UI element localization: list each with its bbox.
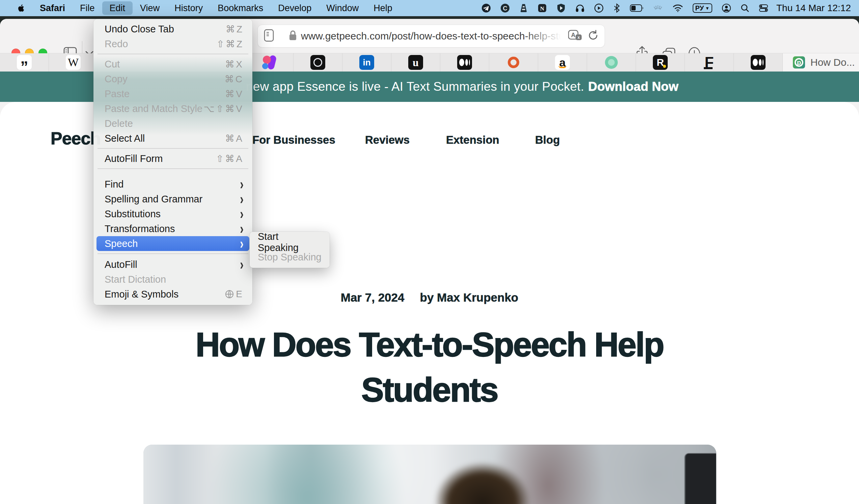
edit-menu-dropdown: Undo Close Tab⌘Z Redo⇧⌘Z Cut⌘X Copy⌘C Pa… — [93, 19, 252, 305]
screen: Safari File Edit View History Bookmarks … — [0, 0, 859, 504]
url-fade — [524, 30, 561, 42]
menu-item-redo: Redo⇧⌘Z — [93, 36, 252, 51]
vlc-cone-icon[interactable] — [514, 0, 533, 16]
url-field[interactable]: www.getpeech.com/post/how-does-text-to-s… — [257, 25, 605, 48]
menu-separator — [97, 148, 248, 149]
mint-hand-favicon — [604, 55, 619, 70]
telegram-icon[interactable] — [477, 0, 496, 16]
notion-icon[interactable]: N — [533, 0, 552, 16]
wikipedia-favicon: W — [66, 55, 81, 70]
pinned-tab[interactable] — [293, 53, 343, 72]
menu-separator — [97, 54, 248, 54]
site-logo[interactable]: Peech — [50, 128, 101, 149]
menu-bar-item-window[interactable]: Window — [319, 1, 366, 15]
menu-bar-item-edit[interactable]: Edit — [102, 1, 133, 15]
menu-item-emoji-and-symbols[interactable]: Emoji & Symbols E — [93, 287, 252, 302]
medium-favicon — [457, 55, 472, 70]
svg-text:C: C — [503, 5, 507, 12]
pinned-tab[interactable] — [440, 53, 489, 72]
pinned-tab[interactable]: u — [391, 53, 440, 72]
udemy-favicon: u — [408, 55, 423, 70]
reload-button[interactable] — [588, 30, 599, 43]
url-text[interactable]: www.getpeech.com/post/how-does-text-to-s… — [301, 30, 561, 42]
article-byline: by Max Krupenko — [420, 291, 518, 304]
medium-favicon — [751, 55, 766, 70]
user-account-icon[interactable] — [717, 0, 736, 16]
c-circle-icon[interactable]: C — [496, 0, 514, 16]
menu-item-start-dictation: Start Dictation — [93, 272, 252, 287]
menu-bar-item-view[interactable]: View — [133, 1, 167, 15]
menu-bar-clock[interactable]: Thu 14 Mar 12:12 — [773, 3, 859, 14]
banner-download-link[interactable]: Download Now — [588, 80, 678, 94]
control-center-icon[interactable] — [754, 0, 773, 16]
peech-favicon: p — [793, 56, 805, 68]
pinned-tab[interactable]: R — [636, 53, 685, 72]
r-dot-favicon: R — [653, 55, 668, 70]
menu-item-spelling-and-grammar[interactable]: Spelling and Grammar — [93, 192, 252, 207]
menu-item-undo-close-tab[interactable]: Undo Close Tab⌘Z — [93, 21, 252, 36]
speech-submenu: Start Speaking Stop Speaking — [250, 232, 330, 268]
input-source-label: РУ▼ — [693, 3, 712, 13]
nav-blog[interactable]: Blog — [535, 134, 560, 147]
menu-bar-item-help[interactable]: Help — [366, 1, 400, 15]
menu-separator — [97, 168, 248, 169]
keyboard-brightness-icon[interactable] — [648, 0, 668, 16]
article-date: Mar 7, 2024 — [341, 291, 405, 304]
pinned-tab[interactable]: a — [538, 53, 587, 72]
menu-bar-app-name[interactable]: Safari — [32, 1, 73, 15]
menu-item-substitutions[interactable]: Substitutions — [93, 207, 252, 221]
submenu-item-stop-speaking: Stop Speaking — [250, 250, 330, 264]
wifi-icon[interactable] — [668, 0, 688, 16]
dark-ring-favicon — [311, 55, 325, 70]
menu-bar: Safari File Edit View History Bookmarks … — [0, 0, 859, 16]
menu-bar-item-history[interactable]: History — [167, 1, 210, 15]
input-source-switcher[interactable]: РУ▼ — [688, 0, 717, 16]
menu-bar-status-area: C N — [477, 0, 859, 16]
article-title: How Does Text-to-Speech Help Students — [0, 322, 859, 412]
globe-icon — [225, 290, 234, 299]
pinned-tab[interactable]: F — [685, 53, 734, 72]
nav-for-businesses[interactable]: For Businesses — [252, 134, 335, 147]
shield-icon[interactable] — [552, 0, 571, 16]
pinned-tab[interactable] — [489, 53, 538, 72]
amazon-favicon: a — [555, 55, 570, 70]
reader-view-icon[interactable] — [264, 29, 274, 43]
pinned-tab[interactable]: in — [343, 53, 391, 72]
quotes-favicon: ” — [17, 55, 32, 70]
bluetooth-icon[interactable] — [608, 0, 625, 16]
menu-bar-item-bookmarks[interactable]: Bookmarks — [210, 1, 271, 15]
nav-reviews[interactable]: Reviews — [365, 134, 410, 147]
battery-icon[interactable] — [625, 0, 648, 16]
menu-item-autofill-form[interactable]: AutoFill Form⇧⌘A — [93, 151, 252, 166]
menu-bar-item-develop[interactable]: Develop — [271, 1, 319, 15]
menu-item-select-all[interactable]: Select All⌘A — [93, 131, 252, 146]
menu-item-find[interactable]: Find — [93, 177, 252, 192]
play-circle-icon[interactable] — [589, 0, 608, 16]
headphones-icon[interactable] — [571, 0, 589, 16]
submenu-item-start-speaking[interactable]: Start Speaking — [250, 235, 330, 250]
lock-icon — [289, 30, 297, 42]
pinned-tab[interactable]: ” — [0, 53, 49, 72]
pinned-tab[interactable] — [587, 53, 636, 72]
f-serif-favicon: F — [702, 55, 717, 70]
translate-icon[interactable]: Ax — [568, 29, 582, 43]
menu-item-transformations[interactable]: Transformations — [93, 221, 252, 236]
menu-item-speech[interactable]: Speech — [96, 236, 249, 251]
menu-item-paste: Paste⌘V — [93, 86, 252, 101]
spotlight-search-icon[interactable] — [736, 0, 754, 16]
menu-separator — [97, 253, 248, 254]
menu-bar-item-file[interactable]: File — [73, 1, 102, 15]
menu-bar-left: Safari File Edit View History Bookmarks … — [0, 0, 400, 16]
nav-extension[interactable]: Extension — [446, 134, 499, 147]
svg-text:A: A — [571, 32, 576, 39]
banner-message: new app Essence is live - AI Text Summar… — [246, 80, 584, 94]
menu-item-delete: Delete — [93, 116, 252, 131]
pinned-tab[interactable] — [734, 53, 783, 72]
pinned-tab[interactable]: W — [49, 53, 98, 72]
apple-menu[interactable] — [10, 3, 32, 13]
svg-text:N: N — [540, 5, 544, 12]
linkedin-favicon: in — [359, 55, 374, 70]
menu-item-autofill[interactable]: AutoFill — [93, 257, 252, 272]
active-tab[interactable]: p How Do... — [783, 53, 859, 72]
menu-item-copy: Copy⌘C — [93, 72, 252, 86]
